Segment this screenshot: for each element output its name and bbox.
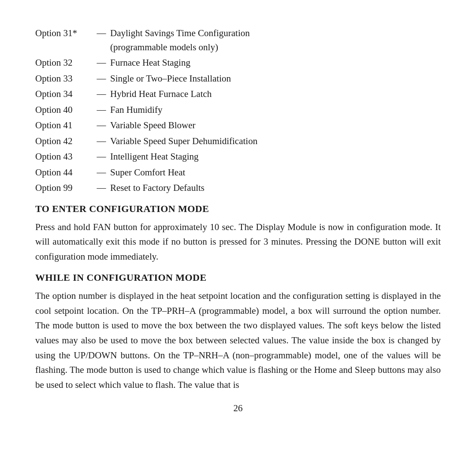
option-description: Daylight Savings Time Configuration(prog… <box>110 26 250 54</box>
option-row: Option 41—Variable Speed Blower <box>35 119 441 133</box>
option-row: Option 99—Reset to Factory Defaults <box>35 181 441 195</box>
section2-body: The option number is displayed in the he… <box>35 289 441 392</box>
option-dash: — <box>93 87 110 101</box>
option-row: Option 32—Furnace Heat Staging <box>35 56 441 70</box>
option-dash: — <box>93 134 110 149</box>
option-description: Intelligent Heat Staging <box>110 150 199 164</box>
option-description: Variable Speed Blower <box>110 119 196 133</box>
option-main-text: Daylight Savings Time Configuration <box>110 28 250 38</box>
option-dash: — <box>93 119 110 133</box>
option-row: Option 43—Intelligent Heat Staging <box>35 150 441 164</box>
option-row: Option 31*—Daylight Savings Time Configu… <box>35 26 441 54</box>
option-row: Option 42—Variable Speed Super Dehumidif… <box>35 134 441 149</box>
option-dash: — <box>93 103 110 117</box>
option-description: Reset to Factory Defaults <box>110 181 205 195</box>
option-row: Option 40—Fan Humidify <box>35 103 441 117</box>
section2-heading: WHILE IN CONFIGURATION MODE <box>35 272 441 283</box>
option-number: Option 34 <box>35 87 93 101</box>
option-number: Option 33 <box>35 72 93 86</box>
option-dash: — <box>93 166 110 180</box>
option-number: Option 31* <box>35 26 93 41</box>
option-number: Option 99 <box>35 181 93 195</box>
section1-heading: TO ENTER CONFIGURATION MODE <box>35 203 441 215</box>
option-row: Option 33—Single or Two–Piece Installati… <box>35 72 441 86</box>
option-row: Option 44—Super Comfort Heat <box>35 166 441 180</box>
option-sub-text: (programmable models only) <box>110 41 250 55</box>
option-number: Option 41 <box>35 119 93 133</box>
option-dash: — <box>93 56 110 70</box>
option-dash: — <box>93 181 110 195</box>
option-description: Single or Two–Piece Installation <box>110 72 231 86</box>
option-description: Hybrid Heat Furnace Latch <box>110 87 212 101</box>
option-dash: — <box>93 72 110 86</box>
option-description: Furnace Heat Staging <box>110 56 190 70</box>
page: Option 31*—Daylight Savings Time Configu… <box>0 0 476 476</box>
section1-body: Press and hold FAN button for approximat… <box>35 220 441 264</box>
option-row: Option 34—Hybrid Heat Furnace Latch <box>35 87 441 101</box>
option-number: Option 43 <box>35 150 93 164</box>
option-dash: — <box>93 26 110 41</box>
option-description: Variable Speed Super Dehumidification <box>110 134 257 149</box>
option-number: Option 44 <box>35 166 93 180</box>
page-number: 26 <box>35 403 441 414</box>
options-table: Option 31*—Daylight Savings Time Configu… <box>35 26 441 195</box>
option-number: Option 40 <box>35 103 93 117</box>
option-description: Super Comfort Heat <box>110 166 185 180</box>
option-dash: — <box>93 150 110 164</box>
option-description: Fan Humidify <box>110 103 162 117</box>
option-number: Option 42 <box>35 134 93 149</box>
option-number: Option 32 <box>35 56 93 70</box>
